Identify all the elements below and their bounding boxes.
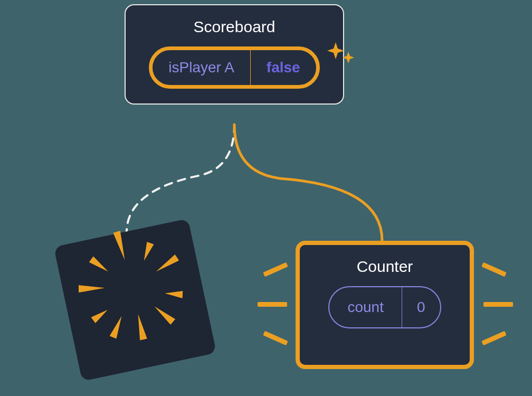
scoreboard-title: Scoreboard [193, 18, 275, 36]
scoreboard-state-pill: isPlayer A false [149, 46, 319, 89]
counter-state-key: count [329, 287, 402, 327]
sparkle-icon [326, 39, 356, 71]
destroyed-node [54, 219, 216, 381]
scoreboard-node: Scoreboard isPlayer A false [125, 4, 344, 105]
scoreboard-state-key: isPlayer A [153, 50, 250, 85]
scoreboard-state-value: false [251, 50, 316, 85]
counter-state-pill: count 0 [328, 286, 441, 328]
counter-title: Counter [357, 258, 413, 276]
counter-state-value: 0 [402, 287, 440, 327]
burst-icon [72, 237, 197, 362]
counter-node: Counter count 0 [296, 241, 474, 369]
